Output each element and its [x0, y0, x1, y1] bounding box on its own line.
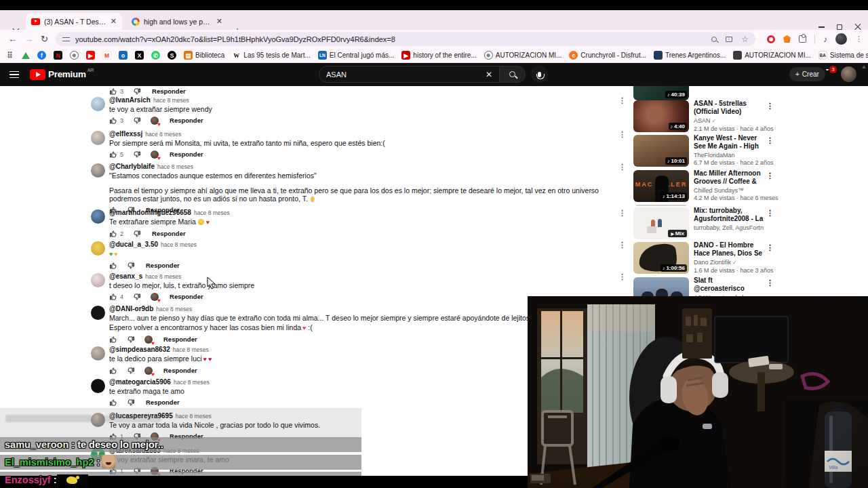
- bookmark-youtube[interactable]: ▶: [86, 51, 95, 60]
- forward-button[interactable]: →: [24, 34, 33, 44]
- video-title[interactable]: Mix: turrobaby, Agusfortnite2008 - La Re…: [694, 207, 764, 222]
- like-icon[interactable]: [109, 262, 117, 270]
- bookmark-whatsapp[interactable]: ✆: [151, 51, 160, 60]
- video-menu-icon[interactable]: ⋮: [766, 279, 774, 287]
- avatar[interactable]: [91, 163, 105, 178]
- video-item-partial[interactable]: 40:39: [633, 86, 774, 100]
- video-title[interactable]: ASAN - 5strellas (Official Video): [694, 100, 764, 115]
- lens-search-icon[interactable]: [711, 37, 717, 42]
- video-menu-icon[interactable]: ⋮: [766, 171, 774, 180]
- address-bar[interactable]: youtube.com/watch?v=xOAh20dkc7o&list=PL9…: [56, 32, 755, 46]
- dislike-icon[interactable]: [127, 399, 135, 407]
- reload-button[interactable]: ↻: [41, 34, 48, 44]
- bookmark-trenes[interactable]: Trenes Argentinos...: [654, 51, 726, 60]
- reply-button[interactable]: Responder: [170, 293, 203, 300]
- like-icon[interactable]: [109, 367, 117, 375]
- creator-heart-icon[interactable]: [144, 367, 153, 375]
- notifications-button[interactable]: 3: [824, 68, 834, 79]
- scrollbar-up-arrow[interactable]: [862, 65, 866, 68]
- tab-youtube[interactable]: (3) ASAN - T Deseo Lo Mejor :) ✕: [26, 13, 122, 30]
- comment-time[interactable]: hace 8 meses: [156, 306, 192, 312]
- bookmark-autorizacion-2[interactable]: AUTORIZACION MI...: [733, 51, 811, 60]
- extension-metamask-icon[interactable]: [783, 35, 791, 43]
- like-icon[interactable]: [109, 293, 117, 301]
- like-icon[interactable]: [109, 336, 117, 344]
- comment-author[interactable]: @martindominguezs6658: [109, 209, 191, 216]
- comment-time[interactable]: hace 8 meses: [194, 209, 230, 216]
- video-title[interactable]: Kanye West - Never See Me Again - High Q…: [694, 134, 764, 150]
- video-title[interactable]: Mac Miller Afternoon Grooves // Coffee &…: [694, 169, 764, 185]
- video-thumbnail[interactable]: 4:40: [633, 100, 689, 132]
- video-menu-icon[interactable]: ⋮: [766, 243, 774, 252]
- comment-time[interactable]: hace 8 meses: [176, 413, 212, 420]
- dislike-icon[interactable]: [127, 262, 135, 270]
- like-icon[interactable]: [109, 399, 117, 407]
- creator-heart-icon[interactable]: [151, 293, 159, 301]
- bookmark-outlook[interactable]: o: [119, 51, 127, 60]
- bookmark-central[interactable]: LNEl Central jugó más...: [318, 51, 395, 60]
- comment-time[interactable]: hace 8 meses: [157, 163, 193, 170]
- bookmark-gmail[interactable]: M: [102, 51, 111, 60]
- video-channel[interactable]: ASAN✓: [694, 117, 764, 125]
- creator-heart-icon[interactable]: [144, 336, 153, 344]
- bookmark-star-icon[interactable]: ☆: [741, 35, 749, 43]
- dislike-icon[interactable]: [133, 150, 141, 159]
- reply-button[interactable]: Responder: [170, 150, 203, 158]
- video-thumbnail[interactable]: Mix: [633, 207, 689, 239]
- video-thumbnail[interactable]: 1:00:56: [633, 242, 689, 274]
- comment-menu-icon[interactable]: ⋮: [618, 96, 626, 105]
- bookmark-netflix[interactable]: N: [54, 51, 62, 60]
- search-box[interactable]: ✕: [319, 66, 500, 83]
- like-icon[interactable]: [109, 230, 117, 238]
- account-avatar[interactable]: [841, 66, 856, 82]
- video-channel[interactable]: Chilled Sundays™: [694, 187, 764, 194]
- bookmark-crunchyroll[interactable]: cCrunchyroll - Disfrut...: [569, 51, 646, 60]
- window-minimize-button[interactable]: [818, 26, 825, 28]
- video-menu-icon[interactable]: ⋮: [766, 136, 774, 145]
- video-thumbnail[interactable]: 10:01: [633, 135, 689, 167]
- comment-time[interactable]: hace 8 meses: [161, 241, 197, 248]
- avatar[interactable]: [91, 379, 105, 393]
- video-item-mix[interactable]: Mix Mix: turrobaby, Agusfortnite2008 - L…: [633, 207, 774, 239]
- tab-close-icon[interactable]: ✕: [111, 17, 117, 26]
- video-thumbnail[interactable]: 40:39: [633, 86, 689, 100]
- bookmark-autorizacion-1[interactable]: ⊕AUTORIZACION MI...: [484, 51, 562, 60]
- extension-opera-icon[interactable]: [767, 35, 775, 43]
- extensions-puzzle-icon[interactable]: [799, 35, 806, 43]
- like-icon[interactable]: [109, 87, 117, 96]
- comment-menu-icon[interactable]: ⋮: [618, 163, 626, 171]
- search-clear-icon[interactable]: ✕: [486, 70, 492, 79]
- browser-profile-avatar[interactable]: [835, 33, 847, 45]
- create-button[interactable]: + Crear: [789, 67, 825, 81]
- apps-grid-icon[interactable]: ⠿: [5, 51, 14, 60]
- tab-close-icon[interactable]: ✕: [216, 17, 222, 26]
- search-button[interactable]: [500, 66, 526, 83]
- video-item[interactable]: 1:00:56 DANO - El Hombre Hace Planes, Di…: [633, 242, 774, 274]
- comment-time[interactable]: hace 8 meses: [174, 379, 210, 386]
- dislike-icon[interactable]: [127, 336, 135, 344]
- video-channel[interactable]: TheFloridaMan: [694, 152, 764, 159]
- bookmark-x[interactable]: X: [135, 51, 144, 60]
- comment-time[interactable]: hace 8 meses: [145, 131, 181, 138]
- avatar[interactable]: [91, 346, 105, 361]
- creator-heart-icon[interactable]: [151, 117, 159, 125]
- reply-button[interactable]: Responder: [163, 336, 197, 343]
- video-title[interactable]: DANO - El Hombre Hace Planes, Dios Se Rí…: [694, 241, 764, 257]
- dislike-icon[interactable]: [127, 367, 135, 375]
- comment-author[interactable]: @IvanArsich: [109, 96, 151, 104]
- avatar[interactable]: [91, 131, 105, 145]
- reply-button[interactable]: Responder: [170, 117, 203, 124]
- creator-heart-icon[interactable]: [151, 150, 159, 159]
- bookmark-drive[interactable]: [22, 52, 30, 59]
- search-input[interactable]: [326, 70, 462, 79]
- youtube-premium-logo[interactable]: Premium AR: [30, 69, 94, 80]
- voice-search-button[interactable]: [531, 66, 548, 83]
- browser-menu-icon[interactable]: ⋮: [855, 35, 863, 43]
- reply-button[interactable]: Responder: [152, 230, 186, 237]
- dislike-icon[interactable]: [133, 87, 141, 96]
- comment-author[interactable]: @simpdeasan8632: [109, 346, 170, 353]
- comment-menu-icon[interactable]: ⋮: [618, 209, 626, 218]
- avatar[interactable]: [91, 306, 105, 320]
- reply-button[interactable]: Responder: [152, 87, 186, 95]
- dislike-icon[interactable]: [133, 293, 141, 301]
